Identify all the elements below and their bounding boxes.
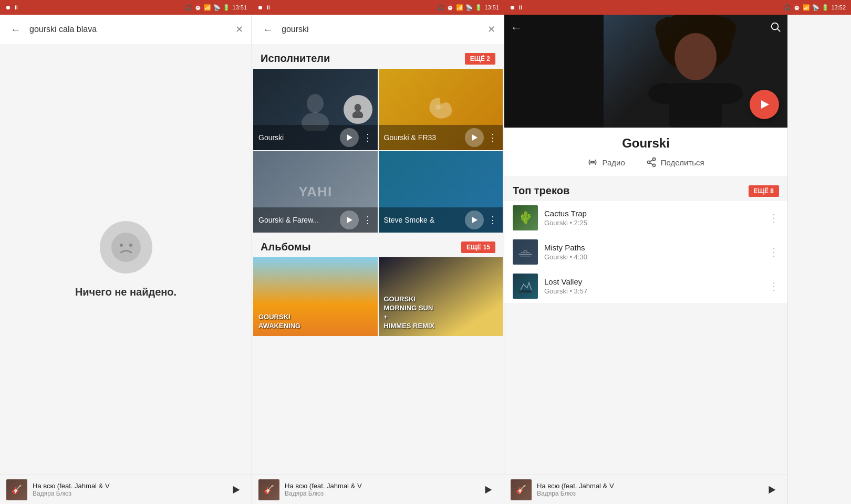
- track-more-btn-2[interactable]: ⋮: [769, 246, 779, 258]
- play-fab-button[interactable]: [750, 90, 779, 119]
- track-item-lost-valley[interactable]: Lost Valley Gourski • 3:57 ⋮: [504, 269, 787, 303]
- clock-icon-3: ⏰: [793, 4, 801, 11]
- now-playing-thumb-2: 🎸: [258, 479, 279, 500]
- now-playing-bar-3[interactable]: 🎸 На всю (feat. Jahmal & V Вадяра Блюз: [504, 475, 787, 504]
- pause-icon: ⏸: [13, 4, 19, 10]
- artists-section-header: Исполнители ЕЩЁ 2: [252, 44, 504, 69]
- track-info-cactus-trap: Cactus Trap Gourski • 2:25: [544, 209, 762, 227]
- svg-point-15: [674, 33, 717, 80]
- svg-marker-10: [472, 134, 478, 141]
- signal-icon: 📡: [213, 4, 221, 11]
- artist-card-farewell[interactable]: YAHI Gourski & Farew... ⋮: [253, 151, 378, 233]
- svg-point-2: [129, 244, 132, 247]
- artist-hero: ←: [504, 15, 787, 128]
- svg-point-7: [352, 111, 364, 118]
- svg-rect-30: [521, 252, 530, 253]
- search-input-2[interactable]: [282, 25, 481, 34]
- now-playing-bar-2[interactable]: 🎸 На всю (feat. Jahmal & V Вадяра Блюз: [252, 475, 504, 504]
- artist-play-btn-4[interactable]: [465, 211, 484, 229]
- clear-button-1[interactable]: ✕: [235, 24, 243, 35]
- track-item-misty-paths[interactable]: Misty Paths Gourski • 4:30 ⋮: [504, 235, 787, 269]
- artist-more-btn-3[interactable]: ⋮: [363, 214, 372, 226]
- record-icon-3: ⏺: [510, 4, 515, 10]
- search-bar-2: ← ✕: [252, 15, 504, 44]
- no-results-text: Ничего не найдено.: [75, 286, 177, 298]
- wifi-icon-3: 📶: [803, 4, 810, 11]
- svg-line-20: [777, 29, 780, 32]
- record-icon: ⏺: [5, 4, 11, 10]
- track-more-btn-3[interactable]: ⋮: [769, 280, 779, 292]
- radio-button[interactable]: Радио: [587, 157, 625, 167]
- now-playing-title-3: На всю (feat. Jahmal & V: [537, 482, 757, 490]
- now-playing-play-1[interactable]: [226, 480, 245, 499]
- battery-icon-3: 🔋: [822, 4, 829, 11]
- artists-more-badge[interactable]: ЕЩЁ 2: [465, 53, 495, 65]
- svg-point-17: [648, 83, 680, 104]
- back-button-2[interactable]: ←: [261, 22, 275, 38]
- top-tracks-title: Топ треков: [513, 185, 569, 197]
- now-playing-play-2[interactable]: [479, 480, 497, 499]
- clear-button-2[interactable]: ✕: [487, 24, 495, 35]
- now-playing-thumb-3: 🎸: [511, 479, 532, 500]
- artist-more-btn-2[interactable]: ⋮: [488, 132, 497, 143]
- svg-point-18: [711, 83, 743, 104]
- track-item-cactus-trap[interactable]: 🌵 Cactus Trap Gourski • 2:25 ⋮: [504, 201, 787, 235]
- album-card-awakening[interactable]: GOURSKIAWAKENING: [253, 257, 378, 336]
- artist-card-overlay-4: Steve Smoke & ⋮: [379, 207, 503, 233]
- albums-more-badge[interactable]: ЕЩЁ 15: [461, 242, 495, 253]
- search-bar-1: ← ✕: [0, 15, 252, 44]
- svg-marker-32: [769, 486, 776, 494]
- signal-icon-2: 📡: [465, 4, 473, 11]
- share-button[interactable]: Поделиться: [646, 157, 704, 167]
- back-button-1[interactable]: ←: [8, 22, 23, 38]
- svg-marker-3: [233, 486, 240, 494]
- status-left-icons-2: ⏺ ⏸: [257, 4, 271, 10]
- time-display-2: 13:51: [484, 4, 499, 10]
- artist-card-overlay-1: Gourski ⋮: [253, 125, 378, 150]
- now-playing-artist-3: Вадяра Блюз: [537, 490, 757, 497]
- search-button-hero[interactable]: [770, 21, 781, 35]
- status-left-icons: ⏺ ⏸: [5, 4, 19, 10]
- artist-more-btn-4[interactable]: ⋮: [488, 214, 497, 226]
- status-right-info-2: 🎧 ⏰ 📶 📡 🔋 13:51: [437, 4, 499, 11]
- artist-card-steve[interactable]: Steve Smoke & ⋮: [379, 151, 503, 233]
- sad-face-icon: [100, 221, 152, 274]
- search-input-1[interactable]: [29, 25, 229, 34]
- svg-point-25: [652, 164, 655, 166]
- artist-name-1: Gourski: [258, 133, 284, 142]
- artist-card-fr33[interactable]: Gourski & FR33 ⋮: [379, 69, 503, 150]
- artist-name-3: Gourski & Farew...: [258, 216, 319, 224]
- svg-marker-21: [761, 100, 769, 109]
- status-left-icons-3: ⏺ ⏸: [510, 4, 523, 10]
- signal-icon-3: 📡: [812, 4, 819, 11]
- artist-card-overlay-2: Gourski & FR33 ⋮: [379, 125, 503, 150]
- track-more-btn-1[interactable]: ⋮: [769, 212, 779, 224]
- artist-card-overlay-3: Gourski & Farew... ⋮: [253, 207, 378, 233]
- top-tracks-more-badge[interactable]: ЕЩЁ 8: [749, 185, 779, 197]
- svg-rect-29: [520, 256, 531, 256]
- artist-play-btn-3[interactable]: [340, 211, 359, 229]
- artist-main-name: Gourski: [513, 136, 779, 151]
- album-card-morning-sun[interactable]: GOURSKIMORNING SUN+HIMMES REMIX: [379, 257, 503, 336]
- track-info-misty-paths: Misty Paths Gourski • 4:30: [544, 243, 762, 261]
- albums-section-title: Альбомы: [261, 241, 311, 253]
- artist-more-btn-1[interactable]: ⋮: [363, 132, 372, 143]
- now-playing-play-3[interactable]: [762, 480, 781, 499]
- track-meta-cactus-trap: Gourski • 2:25: [544, 219, 762, 227]
- track-meta-misty-paths: Gourski • 4:30: [544, 253, 762, 261]
- artist-play-btn-1[interactable]: [340, 128, 359, 147]
- back-button-hero[interactable]: ←: [511, 21, 522, 35]
- now-playing-info-1: На всю (feat. Jahmal & V Вадяра Блюз: [33, 482, 221, 497]
- wifi-icon-2: 📶: [456, 4, 463, 11]
- now-playing-artist-1: Вадяра Блюз: [33, 490, 221, 497]
- status-right-info: 🎧 ⏰ 📶 📡 🔋 13:51: [185, 4, 247, 11]
- artist-card-gourski[interactable]: Gourski ⋮: [253, 69, 378, 150]
- status-bar-3: ⏺ ⏸ 🎧 ⏰ 📶 📡 🔋 13:52: [504, 0, 851, 15]
- svg-point-1: [120, 244, 123, 247]
- battery-icon: 🔋: [223, 4, 230, 11]
- svg-line-27: [650, 160, 653, 161]
- now-playing-bar-1[interactable]: 🎸 На всю (feat. Jahmal & V Вадяра Блюз: [0, 475, 252, 504]
- svg-point-23: [652, 158, 655, 161]
- artist-play-btn-2[interactable]: [465, 128, 484, 147]
- now-playing-title-1: На всю (feat. Jahmal & V: [33, 482, 221, 490]
